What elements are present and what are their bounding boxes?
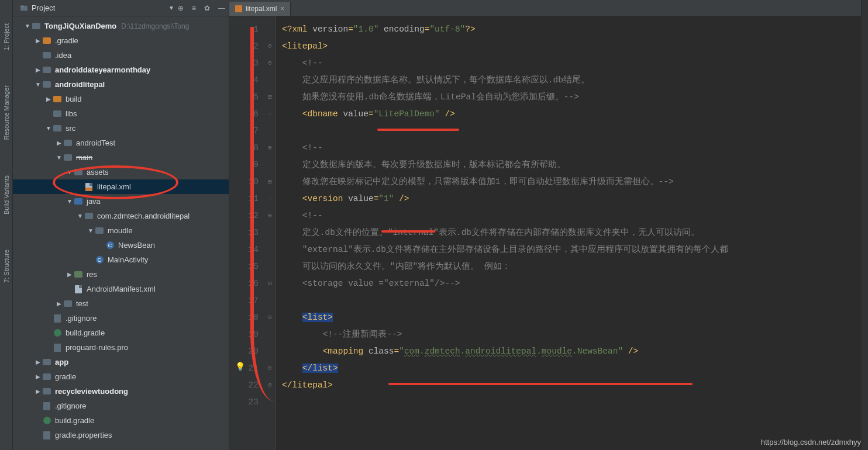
code-content[interactable]: <?xml version="1.0" encoding="utf-8"?><l… [276,16,861,450]
fold-mark[interactable]: ⊖ [264,360,275,377]
tool-tab-structure[interactable]: 7: Structure [3,250,10,283]
expand-arrow-icon[interactable]: ▼ [55,154,63,161]
code-line[interactable]: 定义数据库的版本。每次要升级数据库时，版本标记都会有所帮助。 [282,157,861,174]
tree-row[interactable]: CNewsBean [13,238,229,252]
tool-tab-build[interactable]: Build Variants [3,175,10,214]
fold-mark[interactable]: ⊖ [264,38,275,55]
expand-arrow-icon[interactable]: ▶ [55,300,63,307]
expand-arrow-icon[interactable]: ▼ [66,198,74,205]
code-line[interactable]: <!-- [282,55,861,72]
expand-arrow-icon[interactable]: ▶ [66,271,74,278]
tree-row[interactable]: ▶androiddateyearmonthday [13,63,229,77]
fold-mark[interactable]: · [264,106,275,123]
code-line[interactable] [282,394,861,411]
code-line[interactable]: <storage value ="external"/>--> [282,275,861,292]
tree-row[interactable]: .gitignore [13,311,229,326]
expand-arrow-icon[interactable]: ▶ [34,373,42,380]
code-line[interactable]: <litepal> [282,38,861,55]
expand-arrow-icon[interactable]: ▼ [87,227,95,234]
expand-arrow-icon[interactable]: ▼ [23,23,32,29]
code-line[interactable]: <?xml version="1.0" encoding="utf-8"?> [282,21,861,38]
tree-row[interactable]: ▼TongJiQuXianDemoD:\11zdmgongsi\Tong [13,19,229,33]
code-line[interactable]: <list> [282,309,861,326]
code-line[interactable]: <!--注册新闻表--> [282,326,861,343]
tree-row[interactable]: ▼assets [13,165,229,179]
expand-arrow-icon[interactable]: ▼ [34,81,42,88]
code-line[interactable]: "external"表示.db文件将存储在主外部存储设备上目录的路径中，其中应用… [282,241,861,258]
fold-mark[interactable]: ⊖ [264,207,275,224]
code-line[interactable]: 如果您没有使用.db命名数据库端，LitePal会自动为您添加后缀。--> [282,89,861,106]
tree-row[interactable]: libs [13,106,229,121]
tree-row[interactable]: ▶app [13,355,229,369]
tree-row[interactable]: ▼src [13,121,229,136]
fold-mark[interactable]: · [264,191,275,207]
fold-mark[interactable]: ⊖ [264,309,275,326]
code-line[interactable]: <dbname value="LitePalDemo" /> [282,106,861,123]
tree-row[interactable]: ▼moudle [13,223,229,238]
dropdown-arrow-icon[interactable]: ▼ [168,5,174,11]
tree-row[interactable]: ▶recycleviewtuodong [13,384,229,399]
tree-row[interactable]: ▶.gradle [13,33,229,48]
fold-mark[interactable]: ⊖ [264,377,275,394]
code-editor[interactable]: 1234567891011121314151617181920212223 ⊖⊖… [229,16,861,450]
tool-tab-resource[interactable]: Resource Manager [3,85,10,140]
tree-row[interactable]: AndroidManifest.xml [13,282,229,296]
code-line[interactable] [282,292,861,309]
tree-row[interactable]: litepal.xml [13,179,229,194]
tool-tab-project[interactable]: 1: Project [3,23,10,50]
folder-icon [95,226,104,236]
code-line[interactable]: <version value="1" /> [282,191,861,207]
tree-row[interactable]: ▶build [13,92,229,106]
fold-mark[interactable]: ⊟ [264,89,275,106]
tree-row[interactable]: ▼androidlitepal [13,77,229,92]
tree-row[interactable]: build.gradle [13,413,229,428]
tree-row[interactable]: ▼main [13,150,229,165]
folder-icon [42,65,51,75]
hide-icon[interactable]: — [218,4,225,12]
close-icon[interactable]: × [280,5,284,13]
code-line[interactable]: 修改您在映射标记中定义的模型，只需将版本值加1，即可自动处理数据库升级而无需担心… [282,174,861,191]
code-line[interactable]: </litepal> [282,377,861,394]
settings-icon[interactable]: ✿ [204,4,210,12]
fold-mark [264,326,275,343]
project-tree[interactable]: ▼TongJiQuXianDemoD:\11zdmgongsi\Tong▶.gr… [13,16,229,450]
code-line[interactable]: 定义应用程序的数据库名称。默认情况下，每个数据库名称应以.db结尾。 [282,72,861,89]
expand-arrow-icon[interactable]: ▶ [34,67,42,73]
tree-row[interactable]: CMainActivity [13,252,229,267]
locate-icon[interactable]: ⊕ [178,4,184,12]
tab-litepal[interactable]: litepal.xml × [229,2,291,16]
fold-mark[interactable]: ⊟ [264,275,275,292]
expand-arrow-icon[interactable]: ▼ [66,169,74,175]
code-line[interactable] [282,123,861,140]
code-line[interactable]: <mapping class="com.zdmtech.androidlitep… [282,343,861,360]
fold-mark[interactable]: ⊖ [264,140,275,157]
tree-row[interactable]: ▶gradle [13,369,229,384]
tree-row[interactable]: ▶androidTest [13,136,229,150]
tree-row[interactable]: .gitignore [13,399,229,413]
collapse-icon[interactable]: ≡ [192,4,196,12]
tree-row[interactable]: build.gradle [13,326,229,340]
expand-arrow-icon[interactable]: ▶ [44,96,53,102]
expand-arrow-icon[interactable]: ▼ [44,125,53,131]
expand-arrow-icon[interactable]: ▼ [76,213,84,219]
fold-mark[interactable]: ⊖ [264,55,275,72]
expand-arrow-icon[interactable]: ▶ [55,140,63,146]
tree-row[interactable]: ▼java [13,194,229,209]
tree-row[interactable]: ▼com.zdmtech.androidlitepal [13,209,229,223]
tree-row[interactable]: .idea [13,48,229,63]
expand-arrow-icon[interactable]: ▶ [34,359,42,365]
code-line[interactable]: 可以访问的永久文件。"内部"将作为默认值。 例如： [282,258,861,275]
folder-icon [63,139,73,148]
tree-row[interactable]: proguard-rules.pro [13,340,229,355]
fold-mark[interactable]: ⊟ [264,174,275,191]
tree-row[interactable]: gradle.properties [13,428,229,442]
code-line[interactable]: <!-- [282,140,861,157]
intention-bulb-icon[interactable]: 💡 [235,359,245,376]
expand-arrow-icon[interactable]: ▶ [34,37,42,44]
expand-arrow-icon[interactable]: ▶ [34,388,42,394]
tree-row[interactable]: ▶test [13,296,229,311]
code-line[interactable]: <!-- [282,207,861,224]
code-line[interactable]: </list> [282,360,861,377]
code-line[interactable]: 定义.db文件的位置。"internal"表示.db文件将存储在内部存储的数据库… [282,224,861,241]
tree-row[interactable]: ▶res [13,267,229,282]
